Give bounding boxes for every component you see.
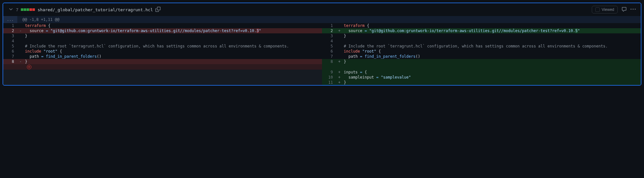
kebab-icon[interactable] xyxy=(631,7,636,13)
line-marker xyxy=(336,23,343,28)
line-code[interactable]: terraform { xyxy=(24,23,322,28)
line-number[interactable]: 10 xyxy=(322,75,336,80)
diff-row[interactable]: 2- source = "git@github.com:gruntwork-io… xyxy=(3,28,641,33)
viewed-toggle[interactable]: Viewed xyxy=(592,6,618,13)
line-code[interactable]: } xyxy=(343,33,641,38)
diff-row[interactable]: 1terraform {1terraform { xyxy=(3,23,641,28)
line-marker: + xyxy=(336,80,343,85)
line-number[interactable]: 6 xyxy=(3,49,17,54)
line-code[interactable]: path = find_in_parent_folders() xyxy=(343,54,641,59)
line-marker: + xyxy=(336,28,343,33)
line-number[interactable]: 7 xyxy=(3,54,17,59)
line-number[interactable]: 8 xyxy=(322,59,336,64)
line-marker xyxy=(336,33,343,38)
line-number[interactable]: 8 xyxy=(3,59,17,64)
line-code[interactable]: # Include the root `terragrunt.hcl` conf… xyxy=(343,44,641,49)
diff-row[interactable]: 9+inputs = { xyxy=(3,70,641,75)
diff-file-container: 7 shared/_global/patcher_tutorial/terrag… xyxy=(3,3,641,86)
line-code[interactable]: source = "git@github.com:gruntwork-io/te… xyxy=(343,28,641,33)
line-number[interactable]: 6 xyxy=(322,49,336,54)
line-code[interactable]: terraform { xyxy=(343,23,641,28)
diff-row[interactable]: 7 path = find_in_parent_folders()7 path … xyxy=(3,54,641,59)
line-number[interactable]: 4 xyxy=(322,38,336,44)
line-number[interactable] xyxy=(3,75,17,80)
line-number[interactable]: 1 xyxy=(322,23,336,28)
line-code[interactable]: path = find_in_parent_folders() xyxy=(24,54,322,59)
line-code[interactable]: sampleinput = "samplevalue" xyxy=(343,75,641,80)
line-code[interactable] xyxy=(24,70,322,75)
diff-row[interactable]: 11+} xyxy=(3,80,641,85)
diff-row[interactable]: ⊖ xyxy=(3,64,641,70)
line-code[interactable]: } xyxy=(24,33,322,38)
line-number[interactable]: 3 xyxy=(322,33,336,38)
line-code[interactable] xyxy=(24,75,322,80)
line-marker xyxy=(336,54,343,59)
line-marker: + xyxy=(336,59,343,64)
line-marker xyxy=(17,33,24,38)
diff-row[interactable]: 6include "root" {6include "root" { xyxy=(3,49,641,54)
line-code[interactable]: inputs = { xyxy=(343,70,641,75)
line-number[interactable]: 2 xyxy=(3,28,17,33)
line-code[interactable]: ⊖ xyxy=(24,64,322,70)
line-number[interactable]: 11 xyxy=(322,80,336,85)
chevron-down-icon[interactable] xyxy=(8,7,13,13)
line-marker xyxy=(336,38,343,44)
line-marker: - xyxy=(17,28,24,33)
line-marker xyxy=(336,44,343,49)
line-number[interactable]: 1 xyxy=(3,23,17,28)
line-marker: + xyxy=(336,75,343,80)
line-marker xyxy=(17,80,24,85)
line-code[interactable] xyxy=(343,64,641,70)
file-path[interactable]: shared/_global/patcher_tutorial/terragru… xyxy=(37,7,153,12)
diff-row[interactable]: 8-}8+} xyxy=(3,59,641,64)
diff-table: 1terraform {1terraform {2- source = "git… xyxy=(3,23,641,85)
no-newline-icon: ⊖ xyxy=(27,65,31,69)
line-number[interactable] xyxy=(322,64,336,70)
line-code[interactable]: include "root" { xyxy=(24,49,322,54)
line-marker xyxy=(17,54,24,59)
diffstat-add-block xyxy=(24,8,26,11)
diff-row[interactable]: 10+ sampleinput = "samplevalue" xyxy=(3,75,641,80)
diffstat-add-block xyxy=(21,8,23,11)
file-header: 7 shared/_global/patcher_tutorial/terrag… xyxy=(3,3,641,16)
line-number[interactable]: 7 xyxy=(322,54,336,59)
line-code[interactable]: source = "git@github.com:gruntwork-io/te… xyxy=(24,28,322,33)
diff-row[interactable]: 44 xyxy=(3,38,641,44)
file-header-left: 7 shared/_global/patcher_tutorial/terrag… xyxy=(8,7,161,13)
line-number[interactable] xyxy=(3,64,17,70)
line-code[interactable] xyxy=(343,38,641,44)
line-number[interactable]: 3 xyxy=(3,33,17,38)
line-marker xyxy=(17,38,24,44)
line-code[interactable]: include "root" { xyxy=(343,49,641,54)
line-number[interactable]: 4 xyxy=(3,38,17,44)
comment-icon[interactable] xyxy=(622,7,627,13)
line-code[interactable] xyxy=(24,38,322,44)
line-number[interactable]: 2 xyxy=(322,28,336,33)
line-marker: + xyxy=(336,70,343,75)
hunk-expand-button[interactable]: ... xyxy=(3,16,17,23)
line-code[interactable]: } xyxy=(343,59,641,64)
copy-icon[interactable] xyxy=(155,7,161,13)
diff-row[interactable]: 3}3} xyxy=(3,33,641,38)
line-number[interactable]: 5 xyxy=(322,44,336,49)
line-code[interactable]: } xyxy=(24,59,322,64)
line-code[interactable] xyxy=(24,80,322,85)
diffstat xyxy=(21,8,35,11)
line-code[interactable]: } xyxy=(343,80,641,85)
line-code[interactable]: # Include the root `terragrunt.hcl` conf… xyxy=(24,44,322,49)
line-number[interactable]: 5 xyxy=(3,44,17,49)
line-marker xyxy=(17,23,24,28)
line-marker xyxy=(17,75,24,80)
line-marker xyxy=(17,70,24,75)
line-marker xyxy=(336,64,343,70)
line-number[interactable] xyxy=(3,80,17,85)
change-count: 7 xyxy=(16,7,18,12)
line-marker: - xyxy=(17,59,24,64)
line-number[interactable]: 9 xyxy=(322,70,336,75)
diffstat-del-block xyxy=(29,8,32,11)
line-marker xyxy=(17,64,24,70)
diff-row[interactable]: 5# Include the root `terragrunt.hcl` con… xyxy=(3,44,641,49)
line-number[interactable] xyxy=(3,70,17,75)
hunk-header: ... @@ -1,8 +1,11 @@ xyxy=(3,16,641,23)
viewed-label: Viewed xyxy=(602,7,614,12)
